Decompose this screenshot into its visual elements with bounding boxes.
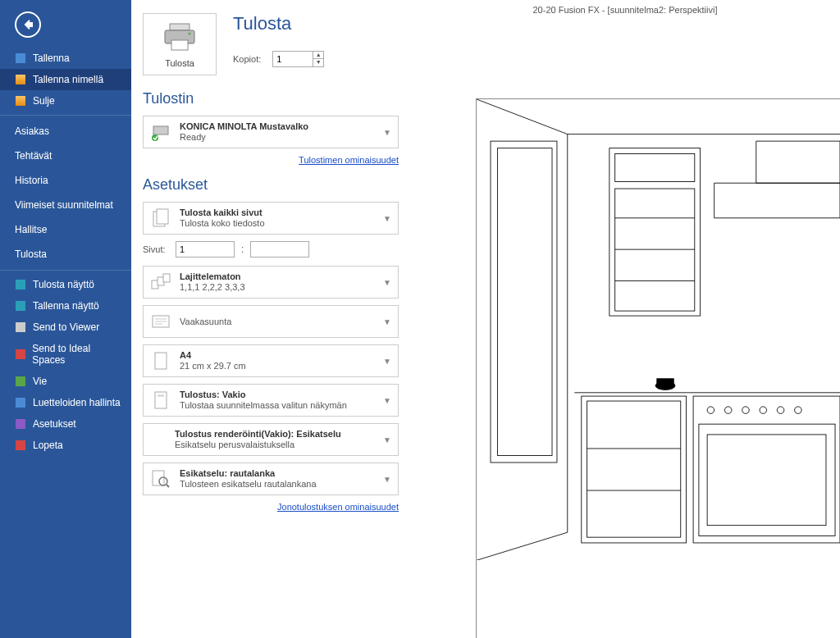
sidebar-label: Sulje <box>33 95 55 107</box>
svg-rect-28 <box>615 153 695 181</box>
ideal-icon <box>15 349 25 360</box>
sidebar-label: Lopeta <box>33 440 63 451</box>
chevron-down-icon: ▼ <box>383 317 391 326</box>
size-title: A4 <box>180 350 246 360</box>
save-icon <box>15 52 26 64</box>
sidebar-recent[interactable]: Viimeiset suunnitelmat <box>0 193 131 217</box>
svg-point-3 <box>189 33 191 35</box>
savescreen-icon <box>15 300 26 312</box>
sidebar-label: Tallenna nimellä <box>33 74 103 85</box>
sidebar-print-screen[interactable]: Tulosta näyttö <box>0 274 131 295</box>
save-as-icon <box>15 74 26 85</box>
svg-rect-26 <box>498 148 552 456</box>
pages-to-input[interactable] <box>250 241 309 257</box>
sidebar-send-ideal[interactable]: Send to Ideal Spaces <box>0 338 131 371</box>
back-button[interactable] <box>15 11 41 38</box>
spin-up-icon[interactable]: ▲ <box>313 52 323 59</box>
svg-rect-10 <box>163 274 170 282</box>
preview-sub: Tulosteen esikatselu rautalankana <box>180 479 317 489</box>
print-button-label: Tulosta <box>165 58 194 68</box>
svg-rect-40 <box>707 435 826 526</box>
chevron-down-icon: ▼ <box>383 396 391 405</box>
svg-rect-25 <box>491 141 557 463</box>
copies-input[interactable] <box>273 52 313 66</box>
svg-rect-0 <box>170 24 189 30</box>
sidebar-label: Tallenna <box>33 52 70 64</box>
sidebar-print[interactable]: Tulosta <box>0 242 131 267</box>
settings-icon <box>15 418 26 430</box>
svg-rect-35 <box>587 401 681 537</box>
chevron-down-icon: ▼ <box>383 278 391 287</box>
window-title: 20-20 Fusion FX - [suunnitelma2: Perspek… <box>410 5 840 15</box>
print-button[interactable]: Tulosta <box>143 13 217 75</box>
orientation-dropdown[interactable]: Vaakasuunta ▼ <box>143 305 399 338</box>
output-icon <box>150 390 171 411</box>
copies-spinner[interactable]: ▲▼ <box>272 51 324 67</box>
sidebar-exit[interactable]: Lopeta <box>0 435 131 456</box>
printer-dropdown[interactable]: KONICA MINOLTA MustavalkoReady ▼ <box>143 116 399 148</box>
sidebar-tasks[interactable]: Tehtävät <box>0 144 131 168</box>
collate-title: Lajittelematon <box>180 271 245 281</box>
svg-rect-2 <box>171 40 188 50</box>
svg-rect-17 <box>158 394 164 397</box>
orientation-icon <box>150 311 171 332</box>
paper-size-dropdown[interactable]: A421 cm x 29.7 cm ▼ <box>143 344 399 377</box>
sidebar-save[interactable]: Tallenna <box>0 48 131 69</box>
svg-rect-15 <box>155 353 167 369</box>
spin-down-icon[interactable]: ▼ <box>313 59 323 66</box>
svg-rect-38 <box>693 396 840 543</box>
copies-label: Kopiot: <box>233 54 261 64</box>
svg-point-42 <box>724 407 732 414</box>
collate-dropdown[interactable]: Lajittelematon1,1,1 2,2,2 3,3,3 ▼ <box>143 266 399 298</box>
svg-rect-29 <box>615 189 695 311</box>
chevron-down-icon: ▼ <box>383 214 391 223</box>
sidebar-export[interactable]: Vie <box>0 371 131 392</box>
scope-sub: Tulosta koko tiedosto <box>180 218 265 228</box>
sidebar-label: Send to Viewer <box>33 321 99 333</box>
sidebar-manage[interactable]: Hallitse <box>0 217 131 242</box>
sidebar-close[interactable]: Sulje <box>0 90 131 112</box>
print-panel: Tulosta Tulosta Kopiot: ▲▼ Tulostin KONI… <box>131 0 410 638</box>
printer-status: Ready <box>180 132 206 142</box>
svg-rect-27 <box>609 148 701 316</box>
svg-point-45 <box>777 407 784 414</box>
svg-rect-7 <box>157 209 168 224</box>
sidebar-send-viewer[interactable]: Send to Viewer <box>0 317 131 338</box>
sidebar-history[interactable]: Historia <box>0 168 131 193</box>
output-dropdown[interactable]: Tulostus: VakioTulostaa suunnitelmassa v… <box>143 384 399 417</box>
svg-line-20 <box>167 485 169 487</box>
pages-icon <box>150 207 171 229</box>
printer-properties-link[interactable]: Tulostimen ominaisuudet <box>143 155 399 165</box>
preview-mode-dropdown[interactable]: Esikatselu: rautalankaTulosteen esikatse… <box>143 463 399 495</box>
svg-rect-4 <box>153 126 168 134</box>
sidebar-catalogs[interactable]: Luetteloiden hallinta <box>0 392 131 413</box>
sidebar-save-as[interactable]: Tallenna nimellä <box>0 69 131 90</box>
svg-line-24 <box>477 532 568 560</box>
svg-point-41 <box>707 407 714 414</box>
preview-title: Esikatselu: rautalanka <box>180 468 317 478</box>
render-title: Tulostus renderöinti(Vakio): Esikatselu <box>175 429 341 439</box>
settings-heading: Asetukset <box>143 176 399 194</box>
scope-title: Tulosta kaikki sivut <box>180 207 265 217</box>
sidebar-label: Asetukset <box>33 418 76 430</box>
queue-properties-link[interactable]: Jonotulostuksen ominaisuudet <box>143 502 399 512</box>
print-scope-dropdown[interactable]: Tulosta kaikki sivutTulosta koko tiedost… <box>143 202 399 235</box>
chevron-down-icon: ▼ <box>383 128 391 137</box>
export-icon <box>15 376 26 387</box>
folder-icon <box>15 95 26 107</box>
svg-point-43 <box>742 407 750 414</box>
chevron-down-icon: ▼ <box>383 357 391 366</box>
sidebar-save-screen[interactable]: Tallenna näyttö <box>0 295 131 317</box>
render-dropdown[interactable]: Tulostus renderöinti(Vakio): EsikatseluE… <box>143 423 399 456</box>
svg-rect-39 <box>699 424 835 535</box>
magnifier-icon <box>150 468 171 490</box>
viewer-icon <box>15 321 26 333</box>
page-icon <box>150 350 171 371</box>
svg-rect-34 <box>582 396 687 543</box>
sidebar-customer[interactable]: Asiakas <box>0 119 131 144</box>
pages-from-input[interactable] <box>176 241 235 257</box>
file-menu-sidebar: Tallenna Tallenna nimellä Sulje Asiakas … <box>0 0 131 638</box>
sidebar-settings[interactable]: Asetukset <box>0 413 131 435</box>
orientation-title: Vaakasuunta <box>180 317 231 326</box>
print-heading: Tulosta <box>233 13 324 34</box>
